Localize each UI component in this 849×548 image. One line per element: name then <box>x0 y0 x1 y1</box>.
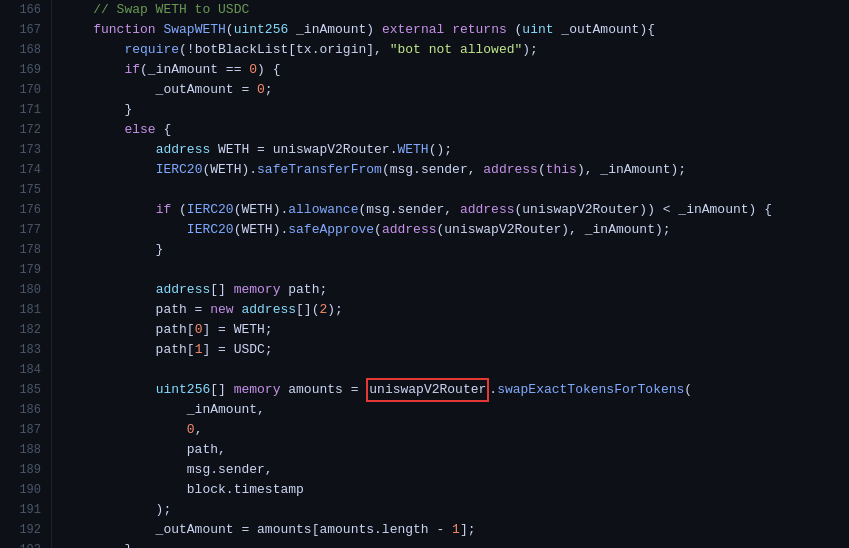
code-line-171: } <box>62 100 849 120</box>
code-text <box>62 120 124 140</box>
line-num-178: 178 <box>10 240 41 260</box>
code-text: safeTransferFrom <box>257 160 382 180</box>
code-text: []( <box>296 300 319 320</box>
line-num-180: 180 <box>10 280 41 300</box>
code-line-169: if(_inAmount == 0) { <box>62 60 849 80</box>
code-text: [] <box>210 380 233 400</box>
line-num-189: 189 <box>10 460 41 480</box>
code-text <box>62 160 156 180</box>
line-num-177: 177 <box>10 220 41 240</box>
code-text: this <box>546 160 577 180</box>
code-line-182: path[0] = WETH; <box>62 320 849 340</box>
code-text <box>62 280 156 300</box>
code-line-174: IERC20(WETH).safeTransferFrom(msg.sender… <box>62 160 849 180</box>
line-num-188: 188 <box>10 440 41 460</box>
code-line-175 <box>62 180 849 200</box>
line-num-185: 185 <box>10 380 41 400</box>
code-text: IERC20 <box>187 200 234 220</box>
code-line-184 <box>62 360 849 380</box>
line-num-190: 190 <box>10 480 41 500</box>
code-text: 0 <box>257 80 265 100</box>
code-text: if <box>156 200 172 220</box>
code-text: path[ <box>62 340 195 360</box>
code-text: path, <box>62 440 226 460</box>
code-text: ] = USDC; <box>202 340 272 360</box>
code-text: 0 <box>249 60 257 80</box>
line-num-166: 166 <box>10 0 41 20</box>
code-text: ]; <box>460 520 476 540</box>
code-text: require <box>124 40 179 60</box>
code-line-181: path = new address[](2); <box>62 300 849 320</box>
line-num-176: 176 <box>10 200 41 220</box>
code-line-168: require(!botBlackList[tx.origin], "bot n… <box>62 40 849 60</box>
code-text: (WETH). <box>234 220 289 240</box>
line-num-193: 193 <box>10 540 41 548</box>
code-line-193: } <box>62 540 849 548</box>
code-text: , <box>195 420 203 440</box>
code-text <box>234 300 242 320</box>
code-line-183: path[1] = USDC; <box>62 340 849 360</box>
code-content: // Swap WETH to USDC function SwapWETH(u… <box>52 0 849 548</box>
code-text: (); <box>429 140 452 160</box>
code-text: { <box>156 120 172 140</box>
code-text: (WETH). <box>202 160 257 180</box>
code-text: path = <box>62 300 210 320</box>
code-text: ); <box>62 500 171 520</box>
line-num-170: 170 <box>10 80 41 100</box>
code-text: address <box>156 280 211 300</box>
code-line-167: function SwapWETH(uint256 _inAmount) ext… <box>62 20 849 40</box>
code-text: (msg.sender, <box>358 200 459 220</box>
code-line-177: IERC20(WETH).safeApprove(address(uniswap… <box>62 220 849 240</box>
code-text: } <box>62 540 132 548</box>
code-text: address <box>460 200 515 220</box>
code-text: path[ <box>62 320 195 340</box>
code-text: WETH <box>397 140 428 160</box>
code-text: } <box>62 240 163 260</box>
code-text <box>62 380 156 400</box>
code-text: IERC20 <box>187 220 234 240</box>
code-text <box>62 420 187 440</box>
code-text: (WETH). <box>234 200 289 220</box>
code-text: address <box>156 140 211 160</box>
code-text: (uniswapV2Router)) < _inAmount) { <box>515 200 772 220</box>
line-num-174: 174 <box>10 160 41 180</box>
code-text <box>62 200 156 220</box>
code-text <box>444 20 452 40</box>
code-text: amounts = <box>280 380 366 400</box>
code-text: ( <box>226 20 234 40</box>
code-text: uint256 <box>234 20 289 40</box>
highlight-uniswapv2router: uniswapV2Router <box>366 378 489 402</box>
code-text: returns <box>452 20 507 40</box>
code-text: _outAmount = amounts[amounts.length - <box>62 520 452 540</box>
code-text: 0 <box>187 420 195 440</box>
code-text: 1 <box>452 520 460 540</box>
line-num-179: 179 <box>10 260 41 280</box>
line-num-186: 186 <box>10 400 41 420</box>
code-text <box>62 140 156 160</box>
code-text: block.timestamp <box>62 480 304 500</box>
code-text <box>62 60 124 80</box>
code-text: . <box>489 380 497 400</box>
code-text: external <box>382 20 444 40</box>
code-text: ( <box>538 160 546 180</box>
code-text: ; <box>265 80 273 100</box>
line-num-168: 168 <box>10 40 41 60</box>
code-text: } <box>62 100 132 120</box>
code-line-190: block.timestamp <box>62 480 849 500</box>
line-num-175: 175 <box>10 180 41 200</box>
code-text: memory <box>234 380 281 400</box>
code-text: (msg.sender, <box>382 160 483 180</box>
line-numbers: 166 167 168 169 170 171 172 173 174 175 … <box>0 0 52 548</box>
code-editor: 166 167 168 169 170 171 172 173 174 175 … <box>0 0 849 548</box>
code-line-179 <box>62 260 849 280</box>
code-text: ); <box>522 40 538 60</box>
code-line-187: 0, <box>62 420 849 440</box>
code-line-189: msg.sender, <box>62 460 849 480</box>
line-num-173: 173 <box>10 140 41 160</box>
code-text: SwapWETH <box>163 20 225 40</box>
code-text: ( <box>171 200 187 220</box>
code-line-166: // Swap WETH to USDC <box>62 0 849 20</box>
line-num-182: 182 <box>10 320 41 340</box>
code-text: ), _inAmount); <box>577 160 686 180</box>
code-line-185: uint256[] memory amounts = uniswapV2Rout… <box>62 380 849 400</box>
